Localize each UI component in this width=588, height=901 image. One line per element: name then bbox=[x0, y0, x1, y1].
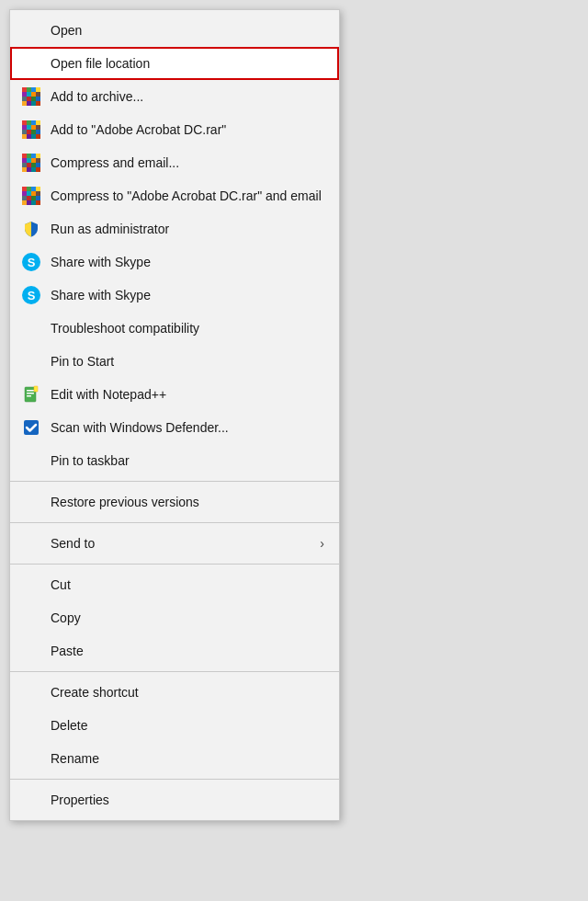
winrar-icon bbox=[21, 153, 41, 173]
menu-item-label: Add to "Adobe Acrobat DC.rar" bbox=[51, 122, 324, 137]
context-menu: OpenOpen file locationAdd to archive...A… bbox=[9, 9, 340, 821]
none-icon bbox=[21, 318, 41, 338]
none-icon bbox=[21, 790, 41, 810]
notepad-icon bbox=[21, 384, 41, 405]
menu-item-label: Share with Skype bbox=[51, 288, 324, 302]
menu-item-label: Open file location bbox=[51, 56, 324, 71]
menu-item-label: Send to bbox=[51, 536, 320, 551]
none-icon bbox=[21, 351, 41, 371]
menu-item-run-as-admin[interactable]: Run as administrator bbox=[10, 212, 339, 245]
winrar-icon bbox=[21, 186, 41, 206]
menu-item-share-skype-1[interactable]: SShare with Skype bbox=[10, 245, 339, 279]
menu-item-troubleshoot[interactable]: Troubleshoot compatibility bbox=[10, 312, 339, 345]
menu-item-label: Restore previous versions bbox=[51, 495, 324, 509]
menu-item-paste[interactable]: Paste bbox=[10, 634, 339, 667]
menu-item-label: Troubleshoot compatibility bbox=[51, 321, 324, 336]
menu-item-label: Add to archive... bbox=[51, 89, 324, 104]
winrar-icon bbox=[21, 120, 41, 140]
menu-item-add-to-acrobat-rar[interactable]: Add to "Adobe Acrobat DC.rar" bbox=[10, 113, 339, 146]
menu-item-pin-start[interactable]: Pin to Start bbox=[10, 345, 339, 378]
svg-rect-4 bbox=[34, 386, 38, 392]
menu-item-label: Copy bbox=[51, 610, 324, 625]
none-icon bbox=[21, 641, 41, 661]
menu-item-compress-to-rar-email[interactable]: Compress to "Adobe Acrobat DC.rar" and e… bbox=[10, 179, 339, 212]
menu-separator bbox=[10, 671, 339, 672]
menu-item-compress-email[interactable]: Compress and email... bbox=[10, 146, 339, 179]
menu-separator bbox=[10, 481, 339, 482]
menu-item-label: Pin to Start bbox=[51, 354, 324, 369]
menu-item-label: Compress to "Adobe Acrobat DC.rar" and e… bbox=[51, 188, 324, 203]
menu-item-open[interactable]: Open bbox=[10, 14, 339, 47]
none-icon bbox=[21, 450, 41, 471]
menu-item-label: Pin to taskbar bbox=[51, 453, 324, 468]
shield-icon bbox=[21, 219, 41, 239]
none-icon bbox=[21, 715, 41, 736]
menu-item-label: Compress and email... bbox=[51, 155, 324, 170]
menu-item-label: Edit with Notepad++ bbox=[51, 387, 324, 402]
submenu-arrow-icon: › bbox=[320, 536, 324, 551]
menu-separator bbox=[10, 779, 339, 780]
none-icon bbox=[21, 53, 41, 74]
none-icon bbox=[21, 533, 41, 553]
skype-icon: S bbox=[21, 252, 41, 272]
menu-item-delete[interactable]: Delete bbox=[10, 709, 339, 742]
menu-item-create-shortcut[interactable]: Create shortcut bbox=[10, 676, 339, 709]
defender-icon bbox=[21, 417, 41, 438]
menu-item-open-file-location[interactable]: Open file location bbox=[10, 47, 339, 80]
menu-item-scan-defender[interactable]: Scan with Windows Defender... bbox=[10, 411, 339, 444]
none-icon bbox=[21, 492, 41, 512]
menu-item-label: Cut bbox=[51, 577, 324, 592]
skype-icon: S bbox=[21, 285, 41, 305]
menu-separator bbox=[10, 522, 339, 523]
none-icon bbox=[21, 682, 41, 702]
menu-item-label: Scan with Windows Defender... bbox=[51, 420, 324, 435]
menu-item-label: Create shortcut bbox=[51, 685, 324, 700]
menu-item-send-to[interactable]: Send to› bbox=[10, 527, 339, 560]
svg-rect-1 bbox=[27, 390, 34, 392]
svg-rect-2 bbox=[27, 393, 34, 394]
none-icon bbox=[21, 20, 41, 40]
none-icon bbox=[21, 608, 41, 628]
menu-separator bbox=[10, 564, 339, 565]
menu-item-label: Properties bbox=[51, 793, 324, 807]
menu-item-label: Run as administrator bbox=[51, 222, 324, 236]
menu-item-add-to-archive[interactable]: Add to archive... bbox=[10, 80, 339, 113]
menu-item-label: Rename bbox=[51, 751, 324, 766]
menu-item-label: Paste bbox=[51, 644, 324, 658]
menu-item-label: Open bbox=[51, 23, 324, 38]
menu-item-label: Share with Skype bbox=[51, 255, 324, 269]
menu-item-edit-notepad[interactable]: Edit with Notepad++ bbox=[10, 378, 339, 411]
menu-item-restore-versions[interactable]: Restore previous versions bbox=[10, 485, 339, 519]
menu-item-cut[interactable]: Cut bbox=[10, 568, 339, 601]
none-icon bbox=[21, 748, 41, 769]
none-icon bbox=[21, 575, 41, 595]
menu-item-rename[interactable]: Rename bbox=[10, 742, 339, 775]
winrar-icon bbox=[21, 86, 41, 107]
menu-item-copy[interactable]: Copy bbox=[10, 601, 339, 634]
menu-item-pin-taskbar[interactable]: Pin to taskbar bbox=[10, 444, 339, 477]
svg-rect-3 bbox=[27, 395, 31, 397]
menu-item-label: Delete bbox=[51, 718, 324, 733]
menu-item-share-skype-2[interactable]: SShare with Skype bbox=[10, 279, 339, 312]
menu-item-properties[interactable]: Properties bbox=[10, 783, 339, 816]
